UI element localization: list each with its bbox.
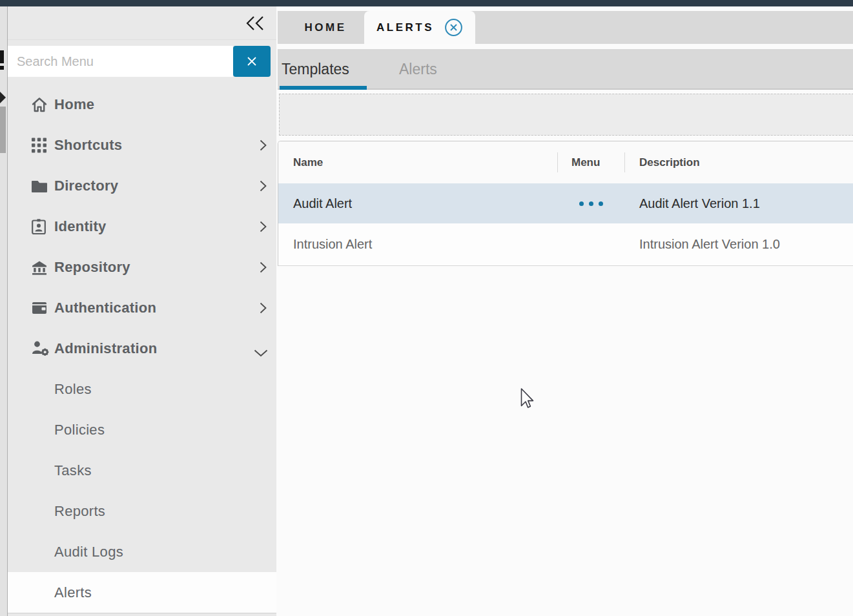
ellipsis-dot [599, 201, 603, 206]
administration-icon [31, 340, 49, 357]
sidebar-item-label: Policies [54, 422, 105, 438]
cell-name: Intrusion Alert [278, 237, 557, 252]
sidebar-item-label: Alerts [54, 584, 92, 601]
identity-icon [31, 218, 46, 235]
sidebar-header [8, 6, 276, 40]
sidebar-bottom-strip [8, 613, 276, 616]
sidebar-item-label: Administration [54, 340, 157, 357]
sidebar-item-label: Home [54, 96, 94, 113]
window-top-bar [0, 0, 853, 6]
shortcuts-icon [31, 137, 47, 153]
sidebar-item-audit-logs[interactable]: Audit Logs [8, 531, 276, 572]
sidebar-item-roles[interactable]: Roles [8, 369, 276, 409]
cell-description: Audit Alert Verion 1.1 [624, 196, 853, 211]
home-icon [31, 96, 48, 113]
sidebar-item-home[interactable]: Home [8, 84, 276, 125]
ellipsis-dot [589, 201, 593, 206]
close-tab-icon[interactable] [444, 18, 463, 37]
cell-name: Audit Alert [278, 196, 557, 211]
clear-search-button[interactable] [233, 46, 271, 77]
column-header-description[interactable]: Description [624, 156, 853, 169]
background-window-fragment [0, 66, 4, 70]
sidebar-item-label: Tasks [54, 462, 92, 479]
directory-icon [31, 178, 48, 194]
background-window-fragment [0, 107, 6, 153]
chevron-right-icon [259, 260, 267, 274]
subtab-templates-label: Templates [282, 61, 349, 78]
active-subtab-underline [280, 86, 367, 90]
sidebar-nav: Home Shortcuts [8, 84, 276, 613]
sidebar-item-label: Reports [54, 503, 105, 520]
background-window-fragment [0, 92, 6, 103]
sidebar-item-policies[interactable]: Policies [8, 409, 276, 450]
chevron-right-icon [259, 138, 267, 152]
sidebar: Home Shortcuts [8, 6, 276, 616]
sidebar-item-identity[interactable]: Identity [8, 206, 276, 247]
table-row[interactable]: Audit Alert Audit Alert Verion 1.1 [278, 183, 853, 223]
subtab-alerts-label: Alerts [399, 61, 437, 78]
sidebar-item-reports[interactable]: Reports [8, 491, 276, 531]
sidebar-item-label: Directory [54, 178, 118, 194]
subtab-templates[interactable]: Templates [280, 49, 367, 90]
column-header-name[interactable]: Name [278, 156, 557, 169]
cell-description: Intrusion Alert Verion 1.0 [624, 237, 853, 252]
authentication-icon [31, 300, 48, 316]
search-input[interactable] [8, 46, 233, 77]
top-tab-bar: HOME ALERTS [278, 11, 853, 44]
tab-alerts-label: ALERTS [376, 21, 434, 34]
sidebar-item-shortcuts[interactable]: Shortcuts [8, 125, 276, 165]
column-header-menu[interactable]: Menu [557, 156, 624, 169]
tab-alerts[interactable]: ALERTS [364, 11, 475, 44]
toolbar-drop-zone [279, 94, 853, 136]
chevron-right-icon [259, 220, 267, 233]
column-divider [557, 152, 558, 172]
sidebar-item-repository[interactable]: Repository [8, 247, 276, 287]
ellipsis-dot [579, 201, 584, 206]
background-window-edge [0, 6, 8, 616]
sidebar-item-label: Authentication [54, 300, 156, 316]
templates-table: Name Menu Description Audit Alert Audit … [278, 141, 853, 266]
background-window-fragment [0, 50, 4, 63]
chevron-right-icon [259, 179, 267, 192]
sidebar-item-directory[interactable]: Directory [8, 165, 276, 206]
row-actions-ellipsis-icon[interactable] [557, 201, 624, 206]
sidebar-item-label: Repository [54, 259, 130, 276]
sidebar-item-alerts[interactable]: Alerts [8, 572, 276, 613]
sidebar-item-label: Audit Logs [54, 544, 123, 560]
tab-home[interactable]: HOME [289, 11, 362, 44]
clear-search-icon [246, 56, 258, 67]
sidebar-item-authentication[interactable]: Authentication [8, 287, 276, 328]
main-content: HOME ALERTS Templates Alerts Name Men [276, 6, 853, 616]
collapse-sidebar-icon[interactable] [245, 15, 265, 32]
tab-home-label: HOME [305, 21, 347, 34]
sidebar-item-label: Roles [54, 381, 92, 398]
column-divider [624, 152, 625, 172]
table-header-row: Name Menu Description [278, 141, 853, 183]
sidebar-item-administration[interactable]: Administration [8, 328, 276, 369]
repository-icon [31, 260, 48, 275]
subtab-alerts[interactable]: Alerts [399, 49, 437, 90]
sub-tab-bar: Templates Alerts [278, 49, 853, 90]
table-row[interactable]: Intrusion Alert Intrusion Alert Verion 1… [278, 223, 853, 266]
chevron-down-icon [253, 349, 269, 358]
sidebar-item-label: Identity [54, 218, 107, 235]
chevron-right-icon [259, 301, 267, 314]
sidebar-item-tasks[interactable]: Tasks [8, 450, 276, 491]
sidebar-item-label: Shortcuts [54, 137, 122, 154]
